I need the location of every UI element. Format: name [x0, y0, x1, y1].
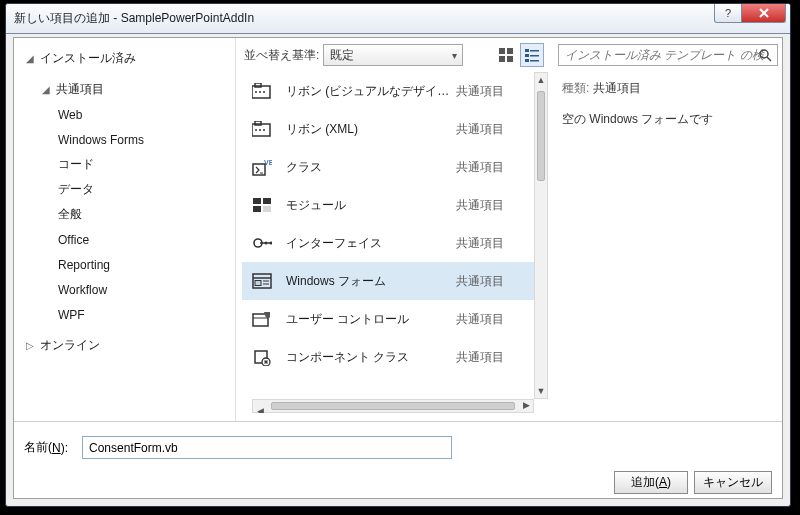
template-item[interactable]: リボン (ビジュアルなデザイ…共通項目 — [242, 72, 534, 110]
svg-rect-32 — [255, 281, 261, 286]
vertical-scrollbar[interactable]: ▲ ▼ — [534, 72, 548, 399]
tree-installed[interactable]: ◢インストール済み — [14, 46, 235, 71]
svg-rect-11 — [255, 83, 261, 87]
template-type-icon — [248, 346, 276, 368]
template-item[interactable]: モジュール共通項目 — [242, 186, 534, 224]
list-toolbar: 並べ替え基準: 既定 — [236, 38, 552, 72]
scroll-down-icon[interactable]: ▼ — [535, 384, 547, 398]
template-type-icon — [248, 270, 276, 292]
template-category: 共通項目 — [456, 349, 534, 366]
type-value: 共通項目 — [593, 81, 641, 95]
chevron-down-icon: ◢ — [40, 84, 52, 95]
template-list-pane: 並べ替え基準: 既定 リボン (ビジュアルなデザイ…共通項目リボン (XML)共… — [236, 38, 552, 421]
template-name: ユーザー コントロール — [286, 311, 456, 328]
template-name: インターフェイス — [286, 235, 456, 252]
name-input[interactable] — [82, 436, 452, 459]
svg-point-28 — [265, 242, 268, 245]
sort-dropdown[interactable]: 既定 — [323, 44, 463, 66]
template-item[interactable]: リボン (XML)共通項目 — [242, 110, 534, 148]
template-category: 共通項目 — [456, 83, 534, 100]
svg-rect-5 — [530, 50, 539, 52]
template-type-icon — [248, 232, 276, 254]
template-name: リボン (XML) — [286, 121, 456, 138]
scroll-up-icon[interactable]: ▲ — [535, 73, 547, 87]
window-title: 新しい項目の追加 - SamplePowerPointAddIn — [6, 10, 254, 27]
details-pane: 種類: 共通項目 空の Windows フォームです — [552, 38, 782, 421]
description-text: 空の Windows フォームです — [562, 111, 772, 128]
chevron-right-icon: ▷ — [24, 340, 36, 351]
cancel-button[interactable]: キャンセル — [694, 471, 772, 494]
svg-point-19 — [263, 129, 265, 131]
tree-item-reporting[interactable]: Reporting — [14, 252, 235, 277]
horizontal-scrollbar[interactable]: ◀ ▶ — [252, 399, 534, 413]
tree-item-workflow[interactable]: Workflow — [14, 277, 235, 302]
template-item[interactable]: Windows フォーム共通項目 — [242, 262, 534, 300]
template-category: 共通項目 — [456, 159, 534, 176]
template-item[interactable]: インターフェイス共通項目 — [242, 224, 534, 262]
scroll-thumb[interactable] — [271, 402, 515, 410]
svg-rect-9 — [530, 60, 539, 62]
close-button[interactable] — [742, 4, 786, 23]
grid-icon — [499, 48, 513, 62]
tree-item-data[interactable]: データ — [14, 177, 235, 202]
type-label: 種類: — [562, 81, 589, 95]
scroll-left-icon[interactable]: ◀ — [253, 406, 267, 413]
name-label: 名前(N): — [24, 439, 68, 456]
titlebar: 新しい項目の追加 - SamplePowerPointAddIn ? — [6, 4, 790, 34]
tree-item-general[interactable]: 全般 — [14, 202, 235, 227]
bottom-bar: 名前(N): 追加(A) キャンセル — [14, 422, 782, 498]
svg-line-40 — [767, 57, 771, 61]
search-input[interactable] — [558, 44, 778, 66]
tree-item-winforms[interactable]: Windows Forms — [14, 127, 235, 152]
svg-rect-7 — [530, 55, 539, 57]
template-type-icon — [248, 194, 276, 216]
svg-rect-16 — [255, 121, 261, 125]
scroll-right-icon[interactable]: ▶ — [519, 400, 533, 410]
scroll-thumb[interactable] — [537, 91, 545, 181]
tree-online[interactable]: ▷オンライン — [14, 333, 235, 358]
help-button[interactable]: ? — [714, 4, 742, 23]
template-type-icon: VB — [248, 156, 276, 178]
svg-point-17 — [255, 129, 257, 131]
template-name: モジュール — [286, 197, 456, 214]
svg-point-12 — [255, 91, 257, 93]
svg-point-39 — [760, 50, 768, 58]
tree-item-web[interactable]: Web — [14, 102, 235, 127]
svg-point-29 — [270, 242, 273, 245]
template-type-icon — [248, 80, 276, 102]
add-button[interactable]: 追加(A) — [614, 471, 688, 494]
view-small-icons[interactable] — [520, 43, 544, 67]
template-category: 共通項目 — [456, 121, 534, 138]
svg-rect-6 — [525, 54, 529, 57]
svg-rect-24 — [253, 206, 261, 212]
svg-point-13 — [259, 91, 261, 93]
template-list[interactable]: リボン (ビジュアルなデザイ…共通項目リボン (XML)共通項目VBクラス共通項… — [242, 72, 534, 399]
tree-item-wpf[interactable]: WPF — [14, 302, 235, 327]
tree-label: 共通項目 — [56, 81, 104, 98]
template-name: コンポーネント クラス — [286, 349, 456, 366]
svg-rect-2 — [499, 56, 505, 62]
template-item[interactable]: コンポーネント クラス共通項目 — [242, 338, 534, 376]
tree-item-office[interactable]: Office — [14, 227, 235, 252]
view-medium-icons[interactable] — [494, 43, 518, 67]
search-button[interactable] — [754, 44, 776, 66]
tree-item-code[interactable]: コード — [14, 152, 235, 177]
close-icon — [758, 8, 770, 18]
template-type-icon — [248, 118, 276, 140]
tree-common[interactable]: ◢共通項目 — [14, 77, 235, 102]
template-category: 共通項目 — [456, 235, 534, 252]
dialog-window: 新しい項目の追加 - SamplePowerPointAddIn ? ◢インスト… — [5, 3, 791, 507]
template-item[interactable]: ユーザー コントロール共通項目 — [242, 300, 534, 338]
template-category: 共通項目 — [456, 197, 534, 214]
template-name: Windows フォーム — [286, 273, 456, 290]
sort-label: 並べ替え基準: — [244, 47, 319, 64]
template-category: 共通項目 — [456, 311, 534, 328]
category-tree: ◢インストール済み ◢共通項目 Web Windows Forms コード デー… — [14, 38, 236, 421]
svg-rect-1 — [507, 48, 513, 54]
template-name: クラス — [286, 159, 456, 176]
svg-rect-22 — [253, 198, 261, 204]
search-icon — [758, 48, 772, 62]
template-type-icon — [248, 308, 276, 330]
template-item[interactable]: VBクラス共通項目 — [242, 148, 534, 186]
svg-rect-0 — [499, 48, 505, 54]
